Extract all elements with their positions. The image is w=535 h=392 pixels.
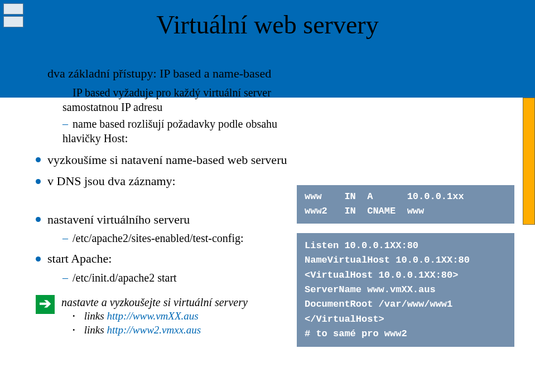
bullet-approaches: dva základní přístupy: IP based a name-b…	[36, 66, 292, 82]
exercise-title: nastavte a vyzkoušejte si virtuální serv…	[61, 295, 248, 309]
exercise-link-1: links http://www.vmXX.aus	[73, 309, 248, 323]
slide-title: Virtuální web servery	[0, 10, 535, 40]
vhost-code-box: Listen 10.0.0.1XX:80 NameVirtualHost 10.…	[297, 233, 514, 347]
exercise-link-2-url: http://www2.vmxx.aus	[107, 324, 201, 336]
bullet-init-start: /etc/init.d/apache2 start	[62, 270, 292, 285]
bullet-name-based: name based rozlišují požadavky podle obs…	[62, 117, 292, 146]
bullet-ip-based: IP based vyžaduje pro každý virtuální se…	[62, 85, 292, 114]
exercise-link-1-url: http://www.vmXX.aus	[107, 310, 198, 322]
dns-code-box: www IN A 10.0.0.1xx www2 IN CNAME www	[297, 185, 514, 224]
exercise-link-1-prefix: links	[84, 310, 107, 322]
bullet-start-apache: start Apache:	[36, 251, 292, 267]
exercise-link-2: links http://www2.vmxx.aus	[73, 323, 248, 337]
bullet-dns: v DNS jsou dva záznamy:	[36, 173, 292, 190]
exercise-link-2-prefix: links	[84, 324, 107, 336]
arrow-icon: ➔	[36, 295, 55, 314]
right-stripe	[523, 98, 535, 225]
bullet-try: vyzkoušíme si natavení name-based web se…	[36, 152, 292, 168]
bullet-vhost-setting: nastavení virtuálního serveru	[36, 212, 292, 228]
bullet-config-path: /etc/apache2/sites-enabled/test-config:	[62, 231, 292, 245]
exercise-block: ➔ nastavte a vyzkoušejte si virtuální se…	[36, 295, 292, 337]
